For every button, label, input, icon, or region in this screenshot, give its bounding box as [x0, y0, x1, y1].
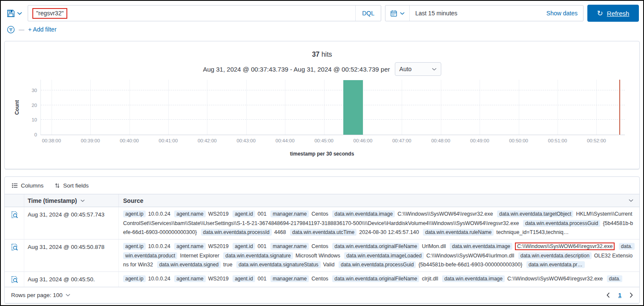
hits-count: 37: [312, 51, 319, 58]
rows-per-page-button[interactable]: Rows per page: 100: [11, 292, 70, 298]
y-axis-title: Count: [14, 100, 20, 115]
field-badge: data.win.eventdata.image: [450, 243, 512, 250]
search-box: "regsvr32" DQL: [28, 5, 381, 21]
chevron-down-icon[interactable]: [629, 199, 633, 202]
time-range-end-marker: [619, 80, 620, 135]
calendar-icon: [390, 10, 397, 17]
row-time-cell: Aug 31, 2024 @ 00:45:50.878: [24, 240, 119, 271]
chevron-down-icon[interactable]: [80, 199, 85, 202]
row-source-cell: agent.ip10.0.0.24 agent.nameWS2019 agent…: [119, 240, 639, 271]
x-gridline: [207, 80, 207, 135]
field-badge: data.: [607, 275, 623, 282]
refresh-icon: ↻: [597, 10, 603, 17]
field-badge: agent.id: [233, 243, 255, 250]
chevron-down-icon: [432, 68, 437, 71]
x-tick-label: 00:39:00: [81, 138, 100, 143]
chevron-right-icon[interactable]: [630, 292, 633, 298]
field-value: technique_id=T1543,techniq…: [496, 229, 569, 235]
chevron-left-icon[interactable]: [607, 292, 610, 298]
header-source-column[interactable]: Source: [119, 197, 639, 204]
field-value: Centos: [311, 211, 328, 217]
row-source-cell: agent.ip10.0.0.24 agent.nameWS2019 agent…: [119, 207, 639, 239]
field-badge: data.win.eventdata.originalFileName: [332, 243, 419, 250]
field-badge: data.win.eventdata.imageLoaded: [344, 252, 424, 259]
columns-button[interactable]: Columns: [12, 182, 43, 189]
sort-fields-button[interactable]: Sort fields: [55, 182, 89, 189]
x-gridline: [596, 80, 597, 135]
field-badge: agent.ip: [123, 211, 146, 217]
field-badge: data.win.eventdata.processId: [201, 229, 272, 236]
field-badge: data.win.eventdata.signatureStatus: [236, 261, 320, 268]
row-time-cell: Aug 31, 2024 @ 00:45:50.: [24, 272, 119, 287]
x-tick-label: 00:50:00: [509, 138, 528, 143]
x-tick-label: 00:46:00: [354, 138, 373, 143]
y-gridline: [41, 105, 625, 105]
sort-fields-icon: [55, 183, 60, 188]
x-tick-label: 00:42:00: [198, 138, 217, 143]
table-header-row: Time (timestamp) Source: [5, 194, 639, 207]
hits-count-line: 37 hits: [5, 51, 639, 58]
field-value: {5b44581b-befe-66d1-6903-000000000300}: [418, 262, 522, 268]
chevron-down-icon: [17, 12, 22, 15]
field-value: Centos: [311, 243, 328, 249]
field-badge: data.win.eventdata.ruleName: [423, 229, 494, 236]
filter-icon[interactable]: [7, 26, 15, 34]
range-text: Aug 31, 2024 @ 00:37:43.739 - Aug 31, 20…: [203, 66, 390, 73]
date-quick-select-button[interactable]: [385, 6, 410, 21]
field-value: true: [223, 262, 233, 268]
page-number[interactable]: 1: [618, 292, 621, 298]
columns-icon: [12, 183, 18, 188]
x-tick-label: 00:38:00: [42, 138, 61, 143]
field-value: UrlMon.dll: [422, 243, 446, 249]
x-gridline: [90, 80, 91, 135]
field-badge: agent.ip: [123, 275, 146, 282]
row-expand-cell: [5, 272, 24, 287]
interval-select[interactable]: Auto: [395, 62, 441, 76]
field-badge: agent.name: [174, 275, 205, 282]
date-picker: Last 15 minutes Show dates: [385, 5, 584, 21]
field-badge: data.win.eventdata.pr…: [526, 261, 585, 268]
x-tick-label: 00:51:00: [548, 138, 567, 143]
inspect-document-icon[interactable]: [11, 243, 18, 251]
inspect-document-icon[interactable]: [11, 211, 18, 219]
saved-query-menu-button[interactable]: [5, 9, 24, 17]
x-tick-label: 00:47:00: [392, 138, 411, 143]
field-badge: data.win.eventdata.originalFileName: [332, 275, 419, 282]
field-badge: manager.name: [270, 275, 309, 282]
field-value: WS2019: [208, 276, 229, 282]
refresh-button[interactable]: ↻ Refresh: [587, 5, 639, 22]
time-range-value[interactable]: Last 15 minutes: [410, 10, 541, 17]
x-tick-label: 00:44:00: [276, 138, 295, 143]
inspect-document-icon[interactable]: [11, 276, 18, 283]
x-gridline: [519, 80, 519, 135]
x-tick-label: 00:45:00: [314, 138, 334, 143]
histogram-plot-wrap: Count 00:38:0000:39:0000:40:0000:41:0000…: [40, 80, 625, 135]
query-bar: "regsvr32" DQL Last 15 minutes: [5, 4, 639, 22]
show-dates-button[interactable]: Show dates: [541, 10, 583, 17]
header-time-column[interactable]: Time (timestamp): [24, 194, 119, 207]
row-expand-cell: [5, 207, 24, 239]
plot-area: 00:38:0000:39:0000:40:0000:41:0000:42:00…: [40, 80, 625, 135]
interval-value: Auto: [400, 66, 412, 72]
field-badge: agent.name: [174, 243, 205, 250]
field-badge: data.win.eventdata.signature: [223, 252, 293, 259]
header-expand-column: [5, 194, 24, 207]
search-input[interactable]: "regsvr32": [28, 6, 355, 21]
field-value: Internet Explorer: [180, 253, 219, 259]
row-timestamp: Aug 31, 2024 @ 00:45:50.878: [28, 244, 104, 250]
field-value: Valid: [323, 262, 335, 268]
field-badge: agent.name: [174, 211, 205, 217]
table-row: Aug 31, 2024 @ 00:45:50.878agent.ip10.0.…: [5, 240, 639, 272]
field-badge: agent.id: [233, 275, 255, 282]
y-gridline: [41, 119, 625, 120]
row-timestamp: Aug 31, 2024 @ 00:45:57.743: [28, 211, 104, 218]
field-value: WS2019: [208, 211, 229, 217]
field-value: C:\\Windows\\SysWOW64\\urlmon.dll: [426, 253, 514, 259]
add-filter-button[interactable]: + Add filter: [28, 26, 57, 33]
x-tick-label: 00:48:00: [431, 138, 450, 143]
histogram-bar[interactable]: [343, 80, 363, 135]
field-badge: manager.name: [270, 211, 309, 217]
x-tick-label: 00:49:00: [470, 138, 489, 143]
field-value: clrjit.dll: [422, 276, 438, 282]
query-language-button[interactable]: DQL: [355, 6, 381, 21]
